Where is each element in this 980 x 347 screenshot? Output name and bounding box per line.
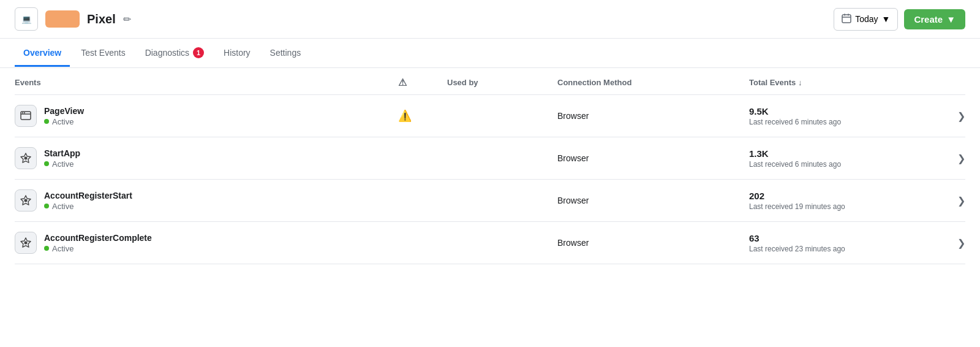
- laptop-icon: 💻: [21, 15, 32, 24]
- connection-cell-accountregistercomplete: Browser: [557, 238, 749, 248]
- table-row: AccountRegisterComplete Active Browser 6…: [15, 222, 965, 264]
- total-cell-accountregistercomplete: 63 Last received 23 minutes ago: [749, 233, 941, 253]
- warning-triangle-icon: ⚠️: [398, 110, 412, 122]
- table-row: StartApp Active Browser 1.3K Last receiv…: [15, 137, 965, 180]
- table-row: PageView Active ⚠️ Browser 9.5K Last rec…: [15, 95, 965, 137]
- diagnostics-badge: 1: [193, 47, 204, 58]
- event-info-accountregisterstart: AccountRegisterStart Active: [44, 191, 132, 211]
- event-cell-pageview: PageView Active: [15, 105, 398, 127]
- tab-test-events[interactable]: Test Events: [72, 39, 134, 67]
- event-status-accountregisterstart: Active: [44, 202, 132, 211]
- svg-point-2: [22, 112, 23, 113]
- connection-cell-pageview: Browser: [557, 111, 749, 121]
- expand-chevron-pageview[interactable]: ❯: [957, 110, 965, 122]
- calendar-icon: [842, 13, 851, 25]
- table-header-row: Events ⚠ Used by Connection Method Total…: [15, 68, 965, 95]
- page-title: Pixel: [87, 12, 116, 26]
- header-left: 💻 Pixel ✏: [15, 7, 131, 31]
- today-label: Today: [855, 14, 878, 24]
- expand-chevron-startapp[interactable]: ❯: [957, 153, 965, 164]
- warning-cell-pageview: ⚠️: [398, 109, 447, 123]
- total-cell-accountregisterstart: 202 Last received 19 minutes ago: [749, 191, 941, 211]
- col-used-by: Used by: [447, 77, 557, 88]
- col-events: Events: [15, 77, 398, 88]
- connection-cell-startapp: Browser: [557, 153, 749, 163]
- expand-chevron-accountregisterstart[interactable]: ❯: [957, 195, 965, 207]
- event-status-startapp: Active: [44, 159, 80, 169]
- device-icon-button[interactable]: 💻: [15, 7, 38, 31]
- today-button[interactable]: Today ▼: [834, 8, 898, 31]
- expand-chevron-accountregistercomplete[interactable]: ❯: [957, 237, 965, 249]
- col-connection: Connection Method: [557, 77, 749, 88]
- tab-diagnostics[interactable]: Diagnostics 1: [137, 39, 213, 67]
- edit-icon[interactable]: ✏: [123, 13, 131, 25]
- event-cell-accountregistercomplete: AccountRegisterComplete Active: [15, 232, 398, 254]
- tab-settings[interactable]: Settings: [262, 39, 310, 67]
- create-dropdown-icon: ▼: [946, 14, 956, 25]
- event-info-accountregistercomplete: AccountRegisterComplete Active: [44, 233, 152, 253]
- header-right: Today ▼ Create ▼: [834, 8, 965, 31]
- col-total: Total Events ↓: [749, 77, 941, 88]
- col-expand: [941, 77, 965, 88]
- svg-rect-0: [842, 15, 851, 23]
- events-table: Events ⚠ Used by Connection Method Total…: [0, 68, 980, 264]
- page-header: 💻 Pixel ✏ Today ▼ Create ▼: [0, 0, 980, 39]
- active-dot: [44, 246, 49, 251]
- svg-point-4: [24, 157, 28, 160]
- tab-history[interactable]: History: [215, 39, 259, 67]
- total-cell-startapp: 1.3K Last received 6 minutes ago: [749, 148, 941, 169]
- svg-point-5: [24, 199, 28, 202]
- pixel-color-badge: [45, 10, 80, 28]
- connection-cell-accountregisterstart: Browser: [557, 196, 749, 205]
- event-info-pageview: PageView Active: [44, 106, 84, 126]
- create-label: Create: [914, 14, 943, 25]
- active-dot: [44, 204, 49, 208]
- tab-bar: Overview Test Events Diagnostics 1 Histo…: [0, 39, 980, 68]
- event-cell-accountregisterstart: AccountRegisterStart Active: [15, 189, 398, 212]
- svg-point-6: [24, 242, 28, 245]
- active-dot: [44, 161, 49, 166]
- event-icon-accountregistercomplete: [15, 232, 37, 254]
- event-status-pageview: Active: [44, 117, 84, 126]
- table-row: AccountRegisterStart Active Browser 202 …: [15, 180, 965, 222]
- total-cell-pageview: 9.5K Last received 6 minutes ago: [749, 106, 941, 126]
- col-warning: ⚠: [398, 77, 447, 88]
- event-cell-startapp: StartApp Active: [15, 147, 398, 169]
- today-dropdown-icon: ▼: [882, 14, 891, 24]
- event-status-accountregistercomplete: Active: [44, 244, 152, 253]
- svg-point-3: [24, 112, 25, 113]
- event-info-startapp: StartApp Active: [44, 148, 80, 169]
- create-button[interactable]: Create ▼: [904, 9, 965, 29]
- event-icon-accountregisterstart: [15, 189, 37, 212]
- tab-overview[interactable]: Overview: [15, 39, 70, 67]
- event-icon-startapp: [15, 147, 37, 169]
- active-dot: [44, 119, 49, 124]
- event-icon-pageview: [15, 105, 37, 127]
